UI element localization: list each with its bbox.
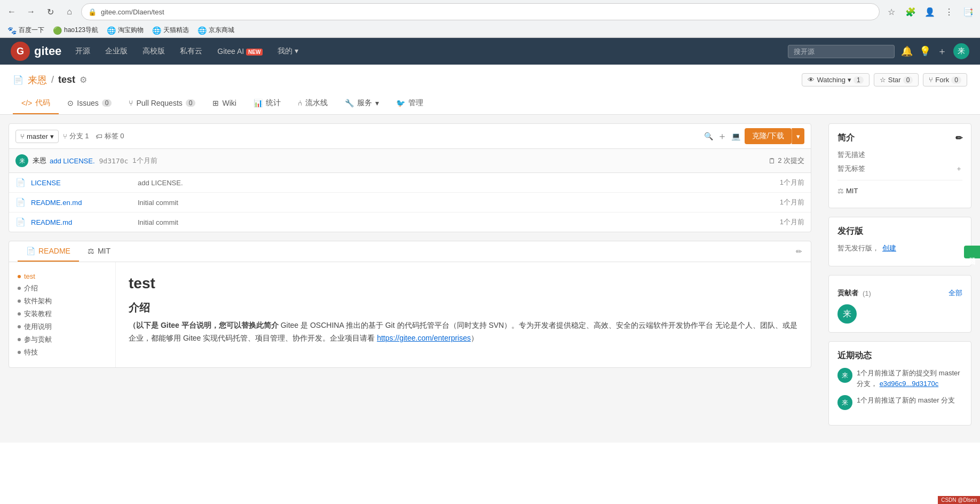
branches-count: 分支 1: [69, 131, 89, 141]
repo-separator: /: [51, 74, 54, 85]
readme-content: test 介绍 软件架构 安装教程: [9, 262, 811, 367]
repo-settings-icon[interactable]: ⚙: [80, 75, 87, 85]
toc-item-intro[interactable]: 介绍: [18, 282, 107, 295]
bookmark-taobao[interactable]: 🌐 淘宝购物: [104, 25, 147, 36]
file-time-readme: 1个月前: [780, 217, 804, 227]
toc-item-tricks[interactable]: 特技: [18, 346, 107, 359]
bookmark-hao123[interactable]: 🟢 hao123导航: [50, 25, 101, 36]
home-button[interactable]: ⌂: [62, 4, 77, 19]
nav-my[interactable]: 我的 ▾: [276, 44, 299, 58]
bookmark-jd[interactable]: 🌐 京东商城: [194, 25, 238, 36]
fork-button[interactable]: ⑂ Fork 0: [923, 73, 967, 86]
nav-enterprise[interactable]: 企业版: [104, 44, 129, 58]
tab-pullrequests[interactable]: ⑂ Pull Requests 0: [120, 93, 204, 114]
tab-wiki[interactable]: ⊞ Wiki: [204, 93, 244, 114]
tianmao-icon: 🌐: [152, 26, 161, 35]
repo-header: 📄 来恩 / test ⚙ 👁 Watching ▾ 1 ☆ Star 0 ⑂: [0, 65, 980, 115]
tab-issues[interactable]: ⊙ Issues 0: [59, 93, 120, 114]
branch-dropdown-icon: ▾: [50, 132, 54, 140]
profile-button[interactable]: 👤: [922, 4, 937, 19]
toc-item-usage[interactable]: 使用说明: [18, 320, 107, 333]
back-button[interactable]: ←: [4, 4, 19, 19]
no-desc-text: 暂无描述: [837, 150, 865, 160]
toc-bullet: [18, 300, 21, 303]
sidebar-button[interactable]: 📑: [961, 4, 976, 19]
nav-right: 🔔 💡 ＋ 来: [788, 43, 969, 59]
bookmark-baidu[interactable]: 🐾 百度一下: [4, 25, 48, 36]
nav-gitee-ai[interactable]: Gitee AI NEW: [216, 45, 264, 58]
nav-gitee-ai-label: Gitee AI: [217, 47, 244, 56]
star-button[interactable]: ☆ Star 0: [874, 73, 919, 86]
gitee-logo[interactable]: G gitee: [11, 42, 61, 61]
tab-pipeline[interactable]: ⑃ 流水线: [289, 93, 336, 114]
intro-edit-icon[interactable]: ✏: [955, 133, 962, 143]
commit-count[interactable]: 🗒 2 次提交: [769, 156, 804, 166]
toc-item-install[interactable]: 安装教程: [18, 308, 107, 320]
bookmark-star-button[interactable]: ☆: [884, 4, 899, 19]
add-tag-icon[interactable]: ＋: [955, 164, 962, 174]
nav-university[interactable]: 高校版: [141, 44, 166, 58]
repo-owner[interactable]: 来恩: [28, 74, 47, 86]
search-icon[interactable]: 🔍: [704, 132, 713, 140]
create-release-link[interactable]: 创建: [882, 243, 896, 253]
clone-dropdown-button[interactable]: ▾: [792, 128, 804, 144]
services-icon: 🔧: [345, 99, 354, 107]
download-icon[interactable]: 💻: [731, 132, 740, 140]
repo-name[interactable]: test: [58, 74, 75, 85]
star-label: Star: [888, 76, 901, 84]
bookmark-tianmao[interactable]: 🌐 天猫精选: [149, 25, 192, 36]
activity-icon[interactable]: 💡: [919, 45, 931, 57]
tab-stats[interactable]: 📊 统计: [245, 93, 289, 114]
toc-bullet: [18, 325, 21, 328]
readme-tab-readme[interactable]: 📄 README: [18, 241, 79, 262]
tab-admin[interactable]: 🐦 管理: [388, 93, 432, 114]
file-name-readme-en[interactable]: README.en.md: [31, 199, 127, 207]
toc-label-tricks: 特技: [24, 348, 38, 357]
readme-intro-link[interactable]: https://gitee.com/enterprises: [377, 334, 471, 342]
mit-icon: ⚖: [837, 187, 844, 195]
stats-icon: 📊: [254, 99, 263, 107]
bookmarks-bar: 🐾 百度一下 🟢 hao123导航 🌐 淘宝购物 🌐 天猫精选 🌐 京东商城: [0, 23, 980, 37]
license-text[interactable]: MIT: [846, 187, 858, 195]
add-file-icon[interactable]: ＋: [717, 130, 727, 143]
address-bar[interactable]: 🔒 gitee.com/Dlaen/test: [81, 3, 880, 20]
branch-select[interactable]: ⑂ master ▾: [15, 130, 59, 143]
nav-my-label: 我的: [278, 46, 293, 55]
tab-code[interactable]: </> 代码: [13, 93, 59, 114]
intro-section-title: 简介 ✏: [837, 132, 962, 144]
activity-link-0[interactable]: e3d96c9...9d3170c: [880, 380, 939, 388]
extensions-button[interactable]: 🧩: [903, 4, 918, 19]
browser-chrome: ← → ↻ ⌂ 🔒 gitee.com/Dlaen/test ☆ 🧩 👤 ⋮ 📑…: [0, 0, 980, 38]
repo-main: ⑂ master ▾ ⑂ 分支 1 🏷 标签 0: [0, 115, 820, 443]
activity-avatar-1: 来: [837, 395, 852, 410]
contributors-all-link[interactable]: 全部: [949, 288, 962, 298]
toc-label-intro: 介绍: [24, 284, 38, 293]
tab-stats-label: 统计: [266, 98, 281, 108]
plus-icon[interactable]: ＋: [937, 45, 947, 58]
clone-button[interactable]: 克隆/下载: [745, 128, 792, 144]
toc-item-test[interactable]: test: [18, 271, 107, 282]
file-name-readme[interactable]: README.md: [31, 218, 127, 226]
nav-avatar[interactable]: 来: [953, 43, 969, 59]
repo-actions: 👁 Watching ▾ 1 ☆ Star 0 ⑂ Fork 0: [802, 73, 967, 86]
file-time-license: 1个月前: [780, 178, 804, 187]
file-name-license[interactable]: LICENSE: [31, 179, 127, 187]
commit-hash[interactable]: 9d3170c: [99, 157, 129, 165]
repo-content: ⑂ master ▾ ⑂ 分支 1 🏷 标签 0: [0, 115, 980, 443]
readme-tab-mit[interactable]: ⚖ MIT: [79, 241, 119, 262]
refresh-button[interactable]: ↻: [43, 4, 58, 19]
nav-private-cloud[interactable]: 私有云: [179, 44, 203, 58]
tab-services[interactable]: 🔧 服务 ▾: [336, 93, 388, 114]
search-input[interactable]: [788, 45, 895, 58]
watch-button[interactable]: 👁 Watching ▾ 1: [802, 73, 869, 86]
forward-button[interactable]: →: [23, 4, 38, 19]
nav-open-source[interactable]: 开源: [74, 44, 91, 58]
toc-item-arch[interactable]: 软件架构: [18, 295, 107, 308]
commit-message[interactable]: add LICENSE.: [50, 157, 95, 165]
contributor-avatar[interactable]: 来: [837, 304, 857, 324]
notification-icon[interactable]: 🔔: [901, 45, 913, 57]
feedback-button[interactable]: 问题反馈: [964, 246, 980, 258]
readme-edit-icon[interactable]: ✏: [796, 247, 802, 256]
toc-item-contribute[interactable]: 参与贡献: [18, 333, 107, 346]
menu-button[interactable]: ⋮: [942, 4, 957, 19]
